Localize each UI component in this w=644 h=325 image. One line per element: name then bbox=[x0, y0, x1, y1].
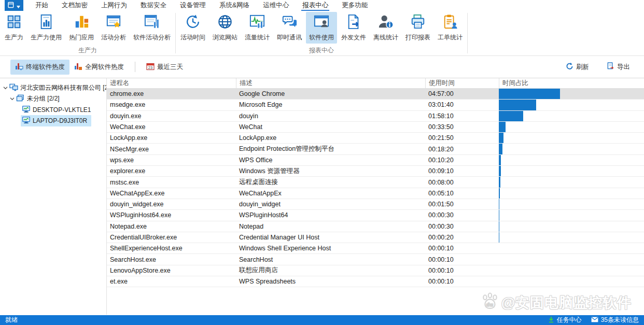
ribbon-button-productivity[interactable]: 生产力 bbox=[2, 12, 26, 44]
ribbon-button-software-activity-analysis[interactable]: 软件活动分析 bbox=[130, 12, 174, 44]
cell-time: 00:00:30 bbox=[425, 223, 499, 230]
menu-tab-system-network[interactable]: 系统&网络 bbox=[213, 0, 256, 11]
tree-item-desktop-vlktle1[interactable]: DESKTOP-VLKTLE1 bbox=[0, 104, 106, 115]
cell-description: Notepad bbox=[236, 223, 425, 230]
menu-tab-start[interactable]: 开始 bbox=[29, 0, 55, 11]
ribbon: 生产力 生产力使用 热门应用 活动分析 软件活动分析 bbox=[0, 11, 644, 56]
table-row[interactable]: Notepad.exeNotepad00:00:30 bbox=[107, 221, 644, 232]
th-time-ratio[interactable]: 时间占比 bbox=[499, 78, 644, 88]
tree-item-company[interactable]: 河北安固云网络科技有限公司 [2/2] bbox=[0, 82, 106, 93]
chevron-down-icon[interactable] bbox=[9, 97, 15, 101]
table-row[interactable]: NSecMgr.exeEndpoint Protection管理控制平台00:1… bbox=[107, 144, 644, 154]
ribbon-button-hot-apps[interactable]: 热门应用 bbox=[66, 12, 97, 44]
clipboard-person-icon bbox=[442, 14, 458, 32]
cell-process: douyin.exe bbox=[107, 112, 236, 120]
th-description[interactable]: 描述 bbox=[236, 78, 425, 88]
terminal-software-heat-button[interactable]: 终端软件热度 bbox=[10, 60, 69, 75]
cell-description: Endpoint Protection管理控制平台 bbox=[236, 145, 425, 153]
app-menu-button[interactable] bbox=[5, 0, 23, 11]
cell-time: 00:08:00 bbox=[425, 179, 499, 186]
document-star-icon bbox=[106, 14, 121, 32]
chevron-down-icon bbox=[17, 1, 20, 10]
cell-time: 00:00:10 bbox=[425, 278, 499, 285]
ribbon-button-instant-messaging[interactable]: 即时通讯 bbox=[274, 12, 305, 44]
ribbon-button-productivity-usage[interactable]: 生产力使用 bbox=[27, 12, 65, 44]
time-ratio-bar bbox=[499, 144, 502, 154]
cell-time: 00:01:50 bbox=[425, 201, 499, 208]
time-ratio-bar bbox=[499, 166, 501, 176]
process-usage-table: 进程名 描述 使用时间 时间占比 chrome.exeGoogle Chrome… bbox=[107, 78, 644, 315]
menu-tab-report-center[interactable]: 报表中心 bbox=[296, 0, 335, 11]
terminal-heat-icon bbox=[15, 62, 23, 72]
cell-process: Notepad.exe bbox=[107, 223, 236, 230]
table-row[interactable]: ShellExperienceHost.exeWindows Shell Exp… bbox=[107, 243, 644, 254]
time-ratio-bar bbox=[499, 155, 501, 165]
status-bar: 就绪 任务中心 35条未读信息 bbox=[0, 315, 644, 325]
network-software-heat-button[interactable]: 全网软件热度 bbox=[69, 60, 129, 75]
table-row[interactable]: WSPluginHost64.exeWSPluginHost6400:00:30 bbox=[107, 210, 644, 221]
table-row[interactable]: mstsc.exe远程桌面连接00:08:00 bbox=[107, 177, 644, 188]
table-row[interactable]: douyin_widget.exedouyin_widget00:01:50 bbox=[107, 199, 644, 210]
ribbon-button-browse-websites[interactable]: 浏览网站 bbox=[209, 12, 241, 44]
ribbon-button-work-order-stats[interactable]: 工单统计 bbox=[435, 12, 466, 44]
ribbon-button-activity-time[interactable]: 活动时间 bbox=[177, 12, 208, 44]
ribbon-button-traffic-stats[interactable]: 流量统计 bbox=[242, 12, 273, 44]
time-ratio-bar bbox=[499, 188, 500, 199]
ribbon-button-print-report[interactable]: 打印报表 bbox=[402, 12, 433, 44]
envelope-icon bbox=[591, 317, 598, 324]
cell-description: SearchHost bbox=[236, 256, 425, 263]
ribbon-button-activity-analysis[interactable]: 活动分析 bbox=[98, 12, 129, 44]
cell-description: Credential Manager UI Host bbox=[236, 234, 425, 241]
table-row[interactable]: CredentialUIBroker.exeCredential Manager… bbox=[107, 232, 644, 243]
menu-tab-more-features[interactable]: 更多功能 bbox=[335, 0, 374, 11]
unread-messages-button[interactable]: 35条未读信息 bbox=[591, 316, 639, 324]
time-ratio-bar bbox=[499, 122, 506, 132]
cell-process: douyin_widget.exe bbox=[107, 201, 236, 208]
table-row[interactable]: douyin.exedouyin01:58:10 bbox=[107, 111, 644, 122]
table-row[interactable]: et.exeWPS Spreadsheets00:00:10 bbox=[107, 276, 644, 287]
view-toolbar: 终端软件热度 全网软件热度 23 最近三天 刷新 导出 bbox=[0, 56, 644, 78]
ribbon-button-offline-stats[interactable]: 离线统计 bbox=[370, 12, 401, 44]
cell-time: 00:00:20 bbox=[425, 234, 499, 241]
table-row[interactable]: LenovoAppStore.exe联想应用商店00:00:10 bbox=[107, 265, 644, 276]
table-row[interactable]: SearchHost.exeSearchHost00:00:10 bbox=[107, 254, 644, 265]
refresh-button[interactable]: 刷新 bbox=[561, 60, 594, 74]
cell-description: Microsoft Edge bbox=[236, 101, 425, 108]
table-row[interactable]: WeChat.exeWeChat00:33:50 bbox=[107, 122, 644, 133]
table-header: 进程名 描述 使用时间 时间占比 bbox=[107, 78, 644, 89]
tree-item-laptop-d9j3it0r[interactable]: LAPTOP-D9J3IT0R bbox=[0, 115, 106, 126]
menu-tab-data-security[interactable]: 数据安全 bbox=[134, 0, 173, 11]
table-row[interactable]: chrome.exeGoogle Chrome04:57:00 bbox=[107, 89, 644, 100]
menu-tab-device-management[interactable]: 设备管理 bbox=[173, 0, 213, 11]
menu-tab-ops-center[interactable]: 运维中心 bbox=[256, 0, 296, 11]
ribbon-button-software-usage[interactable]: 软件使用 bbox=[306, 12, 337, 44]
menu-tab-web-behavior[interactable]: 上网行为 bbox=[94, 0, 134, 11]
table-row[interactable]: wps.exeWPS Office00:10:20 bbox=[107, 155, 644, 166]
last-three-days-button[interactable]: 23 最近三天 bbox=[142, 60, 188, 75]
task-center-button[interactable]: 任务中心 bbox=[548, 316, 582, 324]
menu-tab-doc-encryption[interactable]: 文档加密 bbox=[55, 0, 94, 11]
table-row[interactable]: msedge.exeMicrosoft Edge03:01:40 bbox=[107, 100, 644, 110]
table-row[interactable]: WeChatAppEx.exeWeChatAppEx00:05:10 bbox=[107, 188, 644, 199]
ribbon-group-productivity: 生产力 生产力使用 热门应用 活动分析 软件活动分析 bbox=[1, 11, 174, 55]
computer-icon bbox=[22, 116, 31, 125]
th-usage-time[interactable]: 使用时间 bbox=[425, 78, 499, 88]
cell-process: mstsc.exe bbox=[107, 179, 236, 186]
history-clock-icon bbox=[185, 14, 201, 32]
cell-time: 00:00:30 bbox=[425, 211, 499, 219]
export-button[interactable]: 导出 bbox=[602, 60, 635, 74]
status-ready-text: 就绪 bbox=[5, 316, 18, 324]
ribbon-button-outgoing-files[interactable]: 外发文件 bbox=[338, 12, 369, 44]
th-process-name[interactable]: 进程名 bbox=[107, 78, 236, 88]
cell-process: SearchHost.exe bbox=[107, 256, 236, 263]
time-ratio-bar bbox=[499, 111, 523, 121]
chevron-down-icon[interactable] bbox=[2, 86, 8, 90]
cell-process: explorer.exe bbox=[107, 167, 236, 175]
table-row[interactable]: LockApp.exeLockApp.exe00:21:50 bbox=[107, 133, 644, 144]
cell-time: 04:57:00 bbox=[425, 90, 499, 97]
table-row[interactable]: explorer.exeWindows 资源管理器00:09:10 bbox=[107, 166, 644, 177]
cell-description: Windows Shell Experience Host bbox=[236, 245, 425, 252]
cell-process: msedge.exe bbox=[107, 101, 236, 108]
document-chart-icon bbox=[38, 14, 54, 32]
tree-item-ungrouped[interactable]: 未分组 [2/2] bbox=[0, 93, 106, 104]
